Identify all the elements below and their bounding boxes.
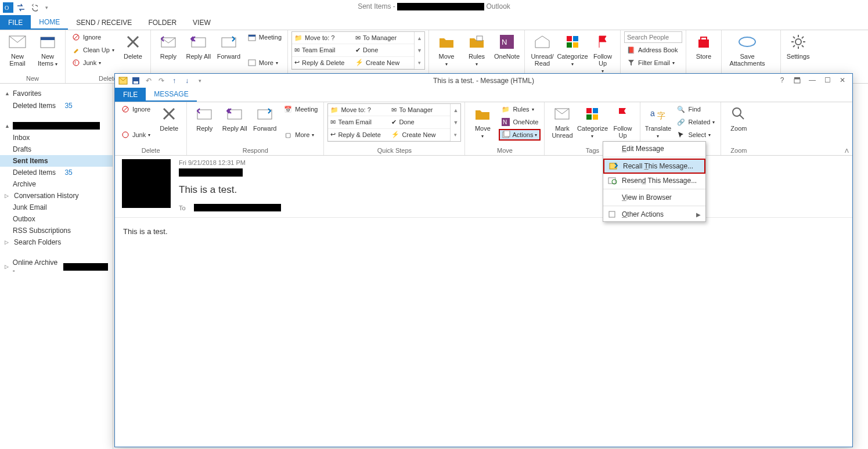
help-icon[interactable]: ? bbox=[775, 74, 790, 87]
menu-view-in-browser[interactable]: View in Browser bbox=[603, 191, 705, 204]
quick-steps-gallery[interactable]: 📁Move to: ? ✉To Manager ▲ ✉Team Email ✔D… bbox=[291, 31, 425, 70]
qs-up-arrow[interactable]: ▲ bbox=[414, 32, 424, 44]
new-email-button[interactable]: New Email bbox=[3, 31, 31, 67]
msg-tab-file[interactable]: FILE bbox=[115, 88, 146, 102]
qs-replydelete[interactable]: ↩Reply & Delete bbox=[292, 57, 353, 69]
translate-button[interactable]: a字Translate▾ bbox=[644, 103, 672, 140]
undo-icon[interactable] bbox=[28, 2, 39, 13]
account-header[interactable]: ▲ bbox=[0, 120, 113, 132]
msg-followup-button[interactable]: Follow Up▾ bbox=[608, 103, 636, 147]
favorites-header[interactable]: ▲Favorites bbox=[0, 87, 113, 100]
qs-down-arrow[interactable]: ▼ bbox=[414, 44, 424, 56]
msg-reply-all-button[interactable]: Reply All bbox=[221, 103, 248, 132]
msg-qs-up[interactable]: ▲ bbox=[450, 104, 460, 116]
fav-deleted-items[interactable]: Deleted Items 35 bbox=[0, 100, 113, 112]
junk-button[interactable]: !Junk▾ bbox=[69, 57, 117, 69]
msg-meeting-button[interactable]: 📅Meeting bbox=[281, 103, 320, 115]
folder-sent-items[interactable]: Sent Items bbox=[0, 155, 113, 167]
menu-resend-message[interactable]: Resend This Message... bbox=[603, 174, 705, 188]
menu-recall-message[interactable]: Recall This Message... bbox=[603, 159, 705, 174]
prev-item-icon[interactable]: ↑ bbox=[168, 75, 180, 87]
tab-file[interactable]: FILE bbox=[0, 15, 31, 30]
qat-customize-icon[interactable]: ▾ bbox=[41, 2, 52, 13]
store-button[interactable]: Store bbox=[690, 31, 718, 60]
msg-qs-createnew[interactable]: ⚡Create New bbox=[389, 129, 450, 141]
ribbon-options-icon[interactable] bbox=[790, 74, 805, 87]
folder-junk-email[interactable]: Junk Email bbox=[0, 202, 113, 213]
qs-createnew[interactable]: ⚡Create New bbox=[353, 57, 414, 69]
related-button[interactable]: 🔗Related▾ bbox=[674, 116, 717, 128]
qs-tomanager[interactable]: ✉To Manager bbox=[353, 32, 414, 44]
folder-inbox[interactable]: Inbox bbox=[0, 132, 113, 143]
onenote-button[interactable]: NOneNote bbox=[493, 31, 521, 60]
msg-reply-button[interactable]: Reply bbox=[190, 103, 218, 132]
save-icon[interactable] bbox=[130, 75, 142, 87]
msg-onenote-button[interactable]: NOneNote bbox=[499, 116, 541, 128]
forward-button[interactable]: Forward bbox=[215, 31, 243, 60]
folder-conversation-history[interactable]: ▷Conversation History bbox=[0, 190, 113, 202]
msg-qs-down[interactable]: ▼ bbox=[450, 116, 460, 128]
msg-qs-tomanager[interactable]: ✉To Manager bbox=[389, 104, 450, 116]
reply-button[interactable]: Reply bbox=[154, 31, 182, 60]
undo-icon[interactable]: ↶ bbox=[143, 75, 154, 87]
folder-deleted-items[interactable]: Deleted Items 35 bbox=[0, 167, 113, 178]
qs-moveto[interactable]: 📁Move to: ? bbox=[292, 32, 353, 44]
msg-rules-button[interactable]: 📁Rules▾ bbox=[499, 103, 541, 115]
msg-actions-button[interactable]: Actions▾ bbox=[499, 129, 541, 141]
qs-done[interactable]: ✔Done bbox=[353, 44, 414, 56]
msg-qs-more[interactable]: ▾ bbox=[450, 129, 460, 141]
tab-view[interactable]: VIEW bbox=[185, 15, 219, 30]
new-items-button[interactable]: New Items ▾ bbox=[34, 31, 62, 68]
categorize-button[interactable]: Categorize▾ bbox=[559, 31, 586, 68]
msg-categorize-button[interactable]: Categorize▾ bbox=[578, 103, 606, 140]
next-item-icon[interactable]: ↓ bbox=[181, 75, 193, 87]
menu-edit-message[interactable]: EEdit Messagedit Message bbox=[603, 142, 705, 156]
msg-quick-steps-gallery[interactable]: 📁Move to: ? ✉To Manager ▲ ✉Team Email ✔D… bbox=[327, 103, 461, 142]
sendreceive-icon[interactable] bbox=[15, 2, 27, 13]
filter-email-button[interactable]: Filter Email▾ bbox=[624, 57, 682, 69]
msg-ignore-button[interactable]: Ignore bbox=[118, 103, 153, 115]
address-book-button[interactable]: 📕Address Book bbox=[624, 44, 682, 56]
msg-qs-done[interactable]: ✔Done bbox=[389, 116, 450, 128]
folder-rss[interactable]: RSS Subscriptions bbox=[0, 225, 113, 236]
rules-button[interactable]: Rules▾ bbox=[463, 31, 491, 68]
msg-move-button[interactable]: Move▾ bbox=[469, 103, 496, 140]
folder-outbox[interactable]: Outbox bbox=[0, 213, 113, 225]
msg-forward-button[interactable]: Forward bbox=[251, 103, 279, 132]
settings-button[interactable]: Settings bbox=[784, 31, 812, 60]
tab-sendreceive[interactable]: SEND / RECEIVE bbox=[68, 15, 140, 30]
minimize-icon[interactable]: — bbox=[805, 74, 820, 87]
online-archive-header[interactable]: ▷Online Archive - bbox=[0, 256, 113, 277]
msg-tab-message[interactable]: MESSAGE bbox=[146, 88, 196, 102]
ignore-button[interactable]: Ignore bbox=[69, 31, 117, 43]
folder-archive[interactable]: Archive bbox=[0, 178, 113, 190]
zoom-button[interactable]: Zoom bbox=[725, 103, 752, 132]
save-attachments-button[interactable]: Save Attachments bbox=[725, 31, 769, 67]
meeting-button[interactable]: Meeting bbox=[245, 31, 284, 43]
close-icon[interactable]: ✕ bbox=[835, 74, 850, 87]
maximize-icon[interactable]: ☐ bbox=[820, 74, 835, 87]
cleanup-button[interactable]: Clean Up▾ bbox=[69, 44, 117, 56]
msg-more-respond-button[interactable]: ▢More▾ bbox=[281, 129, 320, 141]
search-people-input[interactable] bbox=[624, 31, 682, 43]
tab-home[interactable]: HOME bbox=[31, 15, 68, 30]
delete-button[interactable]: Delete bbox=[119, 31, 147, 60]
qs-teamemail[interactable]: ✉Team Email bbox=[292, 44, 353, 56]
msg-qs-teamemail[interactable]: ✉Team Email bbox=[328, 116, 389, 128]
move-button[interactable]: Move▾ bbox=[433, 31, 460, 68]
redo-icon[interactable]: ↷ bbox=[156, 75, 167, 87]
msg-qs-moveto[interactable]: 📁Move to: ? bbox=[328, 104, 389, 116]
msg-junk-button[interactable]: Junk▾ bbox=[118, 129, 153, 141]
unread-read-button[interactable]: Unread/ Read bbox=[528, 31, 556, 67]
followup-button[interactable]: Follow Up▾ bbox=[589, 31, 617, 75]
reply-all-button[interactable]: Reply All bbox=[185, 31, 213, 60]
menu-other-actions[interactable]: Other Actions▶ bbox=[603, 207, 705, 221]
qs-more-arrow[interactable]: ▾ bbox=[414, 57, 424, 69]
find-button[interactable]: 🔍Find bbox=[674, 103, 717, 115]
msg-qat-customize-icon[interactable]: ▾ bbox=[194, 75, 206, 87]
msg-mark-unread-button[interactable]: Mark Unread bbox=[548, 103, 576, 139]
more-respond-button[interactable]: More▾ bbox=[245, 57, 284, 69]
tab-folder[interactable]: FOLDER bbox=[140, 15, 185, 30]
collapse-ribbon-icon[interactable]: ᐱ bbox=[845, 148, 849, 154]
folder-drafts[interactable]: Drafts bbox=[0, 143, 113, 155]
